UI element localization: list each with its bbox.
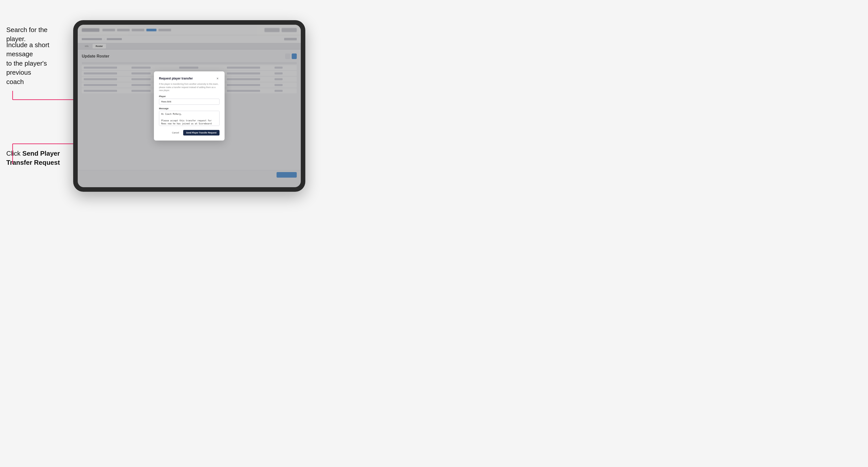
modal-description: If the player is transferring from anoth… <box>159 83 219 92</box>
tablet-screen: › Info Roster Update Roster <box>78 25 301 187</box>
modal-title: Request player transfer <box>159 77 193 80</box>
tablet-device: › Info Roster Update Roster <box>73 20 305 192</box>
modal-actions: Cancel Send Player Transfer Request <box>159 130 219 135</box>
transfer-request-modal: Request player transfer × If the player … <box>154 71 224 141</box>
click-annotation: Click Send Player Transfer Request <box>6 149 64 167</box>
player-search-input[interactable] <box>159 99 219 105</box>
annotation-area: Search for the player. Include a short m… <box>0 0 73 467</box>
message-field-label: Message <box>159 107 219 110</box>
message-annotation: Include a short message to the player's … <box>6 40 67 86</box>
player-field-label: Player <box>159 95 219 98</box>
send-transfer-request-button[interactable]: Send Player Transfer Request <box>183 130 219 135</box>
cancel-button[interactable]: Cancel <box>170 130 181 135</box>
message-textarea[interactable]: Hi Coach McHarg, Please accept this tran… <box>159 111 219 126</box>
modal-overlay: Request player transfer × If the player … <box>78 25 301 187</box>
modal-header: Request player transfer × <box>159 76 219 81</box>
modal-close-button[interactable]: × <box>216 76 219 81</box>
